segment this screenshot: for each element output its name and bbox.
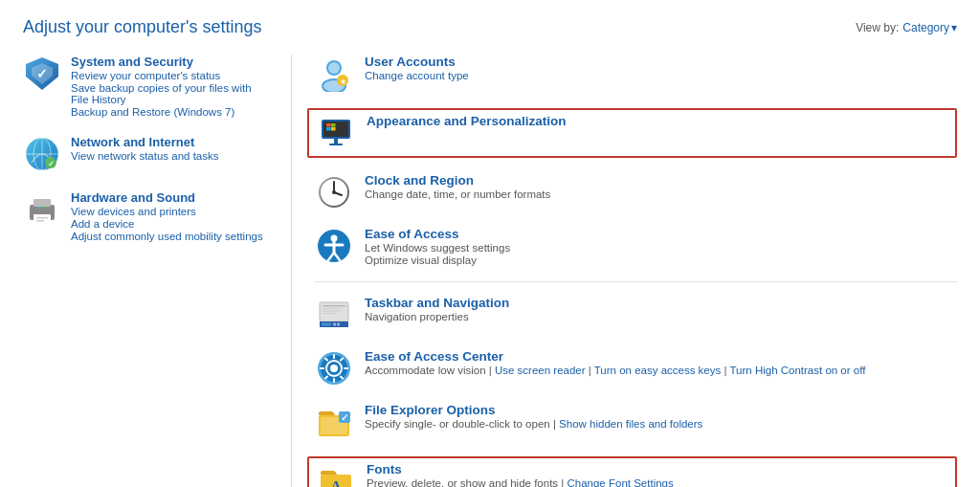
page-title: Adjust your computer's settings [23, 17, 262, 37]
network-internet-link-0[interactable]: View network status and tasks [71, 150, 218, 162]
hardware-sound-text: Hardware and Sound View devices and prin… [71, 190, 263, 242]
appearance-icon [317, 114, 355, 152]
file-explorer-text: File Explorer Options Specify single- or… [365, 403, 702, 430]
user-accounts-text: User Accounts Change account type [365, 55, 469, 81]
ease-center-text: Ease of Access Center Accommodate low vi… [365, 349, 865, 376]
turn-on-easy-access-link[interactable]: Turn on easy access keys [594, 365, 722, 376]
hardware-sound-link-1[interactable]: Add a device [71, 218, 263, 230]
network-internet-icon: ✓ [23, 135, 61, 173]
system-security-text: System and Security Review your computer… [71, 55, 268, 118]
ease-of-access-text: Ease of Access Let Windows suggest setti… [365, 227, 510, 266]
chevron-down-icon: ▾ [951, 21, 957, 34]
fonts-text: Fonts Preview, delete, or show and hide … [367, 462, 674, 487]
clock-region-subtitle: Change date, time, or number formats [365, 188, 550, 200]
ease-center-sub-text: Accommodate low vision [365, 365, 486, 376]
svg-rect-30 [334, 139, 338, 144]
right-item-appearance-personalization: Appearance and Personalization [307, 108, 957, 158]
svg-point-36 [332, 190, 336, 194]
fonts-title[interactable]: Fonts [367, 462, 674, 476]
svg-rect-14 [36, 220, 44, 222]
ease-of-access-sub2: Optimize visual display [365, 255, 510, 266]
svg-text:✓: ✓ [341, 412, 348, 423]
appearance-title[interactable]: Appearance and Personalization [367, 114, 567, 128]
network-internet-text: Network and Internet View network status… [71, 135, 218, 162]
svg-rect-45 [322, 323, 331, 326]
user-accounts-subtitle: Change account type [365, 70, 469, 81]
category-system-security: ✓ System and Security Review your comput… [23, 55, 268, 118]
svg-point-19 [328, 62, 340, 74]
svg-rect-13 [36, 217, 48, 219]
svg-rect-47 [337, 323, 340, 326]
svg-rect-57 [333, 378, 335, 383]
right-item-taskbar: Taskbar and Navigation Navigation proper… [315, 296, 957, 334]
view-by-dropdown[interactable]: Category ▾ [902, 21, 957, 34]
ease-of-access-icon [315, 227, 353, 265]
right-item-clock-region: Clock and Region Change date, time, or n… [315, 173, 957, 211]
use-screen-reader-link[interactable]: Use screen reader [495, 365, 586, 376]
svg-rect-12 [33, 214, 51, 224]
ease-of-access-sub1: Let Windows suggest settings [365, 242, 510, 254]
divider [315, 281, 957, 282]
svg-rect-27 [331, 123, 336, 127]
svg-rect-58 [320, 367, 324, 369]
svg-rect-49 [323, 308, 340, 309]
svg-text:A: A [330, 478, 342, 487]
appearance-text: Appearance and Personalization [367, 114, 567, 128]
svg-rect-51 [323, 313, 336, 314]
taskbar-icon [315, 296, 353, 334]
right-item-fonts: A Fonts Preview, delete, or show and hid… [307, 456, 957, 487]
clock-region-title[interactable]: Clock and Region [365, 173, 550, 188]
right-item-user-accounts: ★ User Accounts Change account type [315, 55, 957, 93]
svg-rect-56 [333, 354, 335, 359]
svg-rect-16 [42, 207, 45, 209]
ease-center-sub: Accommodate low vision | Use screen read… [365, 365, 865, 376]
file-explorer-sub: Specify single- or double-click to open … [365, 418, 702, 430]
svg-rect-15 [37, 207, 40, 209]
hardware-sound-title[interactable]: Hardware and Sound [71, 190, 263, 205]
ease-of-access-title[interactable]: Ease of Access [365, 227, 510, 241]
svg-text:✓: ✓ [48, 160, 55, 168]
svg-rect-48 [323, 305, 345, 307]
svg-rect-29 [331, 127, 336, 131]
ease-center-title[interactable]: Ease of Access Center [365, 349, 865, 364]
right-item-ease-center: Ease of Access Center Accommodate low vi… [315, 349, 957, 387]
svg-rect-59 [344, 367, 348, 369]
taskbar-title[interactable]: Taskbar and Navigation [365, 296, 509, 310]
view-by-label: View by: [856, 21, 899, 34]
file-explorer-sub-text: Specify single- or double-click to open [365, 418, 550, 430]
svg-text:★: ★ [340, 77, 346, 86]
user-accounts-title[interactable]: User Accounts [365, 55, 469, 69]
right-panel: ★ User Accounts Change account type [291, 55, 957, 487]
file-explorer-icon: ✓ [315, 403, 353, 441]
svg-rect-11 [33, 199, 51, 207]
svg-rect-26 [326, 123, 331, 127]
category-hardware-sound: Hardware and Sound View devices and prin… [23, 190, 268, 242]
taskbar-subtitle: Navigation properties [365, 311, 509, 322]
fonts-sub-text: Preview, delete, or show and hide fonts [367, 477, 558, 487]
ease-center-icon [315, 349, 353, 387]
turn-high-contrast-link[interactable]: Turn High Contrast on or off [729, 365, 865, 376]
change-font-settings-link[interactable]: Change Font Settings [567, 477, 673, 487]
clock-region-text: Clock and Region Change date, time, or n… [365, 173, 550, 200]
svg-point-55 [330, 365, 338, 372]
svg-rect-46 [333, 323, 336, 326]
network-internet-title[interactable]: Network and Internet [71, 135, 218, 149]
system-security-link-0[interactable]: Review your computer's status [71, 70, 268, 81]
show-hidden-files-link[interactable]: Show hidden files and folders [559, 418, 702, 430]
fonts-sub: Preview, delete, or show and hide fonts … [367, 477, 674, 487]
system-security-link-1[interactable]: Save backup copies of your files with Fi… [71, 82, 268, 105]
hardware-sound-link-2[interactable]: Adjust commonly used mobility settings [71, 231, 263, 242]
view-by-value: Category [902, 21, 949, 34]
user-accounts-change-link[interactable]: Change account type [365, 70, 469, 81]
system-security-title[interactable]: System and Security [71, 55, 268, 69]
file-explorer-title[interactable]: File Explorer Options [365, 403, 702, 417]
svg-rect-50 [323, 311, 342, 312]
system-security-link-2[interactable]: Backup and Restore (Windows 7) [71, 106, 268, 118]
user-accounts-icon: ★ [315, 55, 353, 93]
hardware-sound-icon [23, 190, 61, 229]
svg-rect-31 [329, 144, 343, 145]
category-network-internet: ✓ Network and Internet View network stat… [23, 135, 268, 173]
left-panel: ✓ System and Security Review your comput… [23, 55, 291, 487]
hardware-sound-link-0[interactable]: View devices and printers [71, 206, 263, 217]
clock-region-icon [315, 173, 353, 211]
